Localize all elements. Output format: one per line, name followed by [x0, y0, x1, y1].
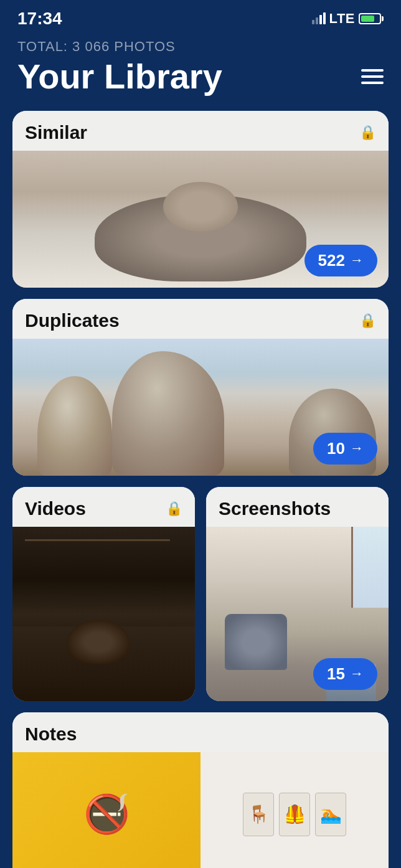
screenshots-title: Screenshots — [219, 498, 331, 519]
similar-card[interactable]: Similar 🔒 522 → — [12, 111, 389, 288]
cards-container: Similar 🔒 522 → Duplicates 🔒 — [0, 111, 401, 868]
page-title: Your Library — [17, 57, 222, 96]
duplicates-title: Duplicates — [25, 310, 120, 331]
similar-card-header: Similar 🔒 — [12, 111, 389, 151]
lock-icon: 🔒 — [359, 125, 376, 141]
notes-card[interactable]: Notes 🚭 🪑 🦺 🏊 TEN OTURURKEN KEMERİNİZİ B… — [12, 712, 389, 868]
arrow-icon: → — [350, 252, 364, 268]
screenshots-card[interactable]: Screenshots 15 → — [206, 487, 389, 701]
lte-label: LTE — [329, 11, 355, 27]
notes-right-image: 🪑 🦺 🏊 — [200, 752, 389, 868]
safety-icon-1: 🪑 — [243, 793, 274, 836]
duplicates-card-image: 10 → — [12, 339, 389, 476]
arrow-icon-dup: → — [350, 440, 364, 456]
notes-left-image: 🚭 — [12, 752, 200, 868]
notes-title: Notes — [25, 724, 77, 745]
videos-card[interactable]: Videos 🔒 — [12, 487, 195, 701]
similar-card-image: 522 → — [12, 151, 389, 288]
header: TOTAL: 3 066 PHOTOS Your Library — [0, 34, 401, 111]
screenshots-count-badge[interactable]: 15 → — [313, 658, 377, 690]
total-count-label: TOTAL: 3 066 PHOTOS — [17, 39, 384, 55]
screenshots-card-header: Screenshots — [206, 487, 389, 527]
safety-icon-3: 🏊 — [315, 793, 346, 836]
two-col-row: Videos 🔒 Screenshots — [12, 487, 389, 701]
lock-icon-vid: 🔒 — [166, 501, 182, 517]
signal-icon — [312, 13, 326, 24]
lock-icon-dup: 🔒 — [359, 313, 376, 329]
menu-button[interactable] — [361, 69, 384, 84]
status-bar: 17:34 LTE — [0, 0, 401, 34]
status-time: 17:34 — [17, 9, 62, 29]
status-icons: LTE — [312, 11, 384, 27]
videos-card-header: Videos 🔒 — [12, 487, 195, 527]
battery-icon — [359, 13, 384, 24]
duplicates-count-badge[interactable]: 10 → — [313, 433, 377, 465]
notes-card-image: 🚭 🪑 🦺 🏊 TEN OTURURKEN KEMERİNİZİ BAĞLAYM… — [12, 752, 389, 868]
screenshots-card-image: 15 → — [206, 527, 389, 701]
similar-count-badge[interactable]: 522 → — [304, 245, 377, 276]
safety-icon-2: 🦺 — [279, 793, 310, 836]
duplicates-card-header: Duplicates 🔒 — [12, 299, 389, 339]
videos-title: Videos — [25, 498, 86, 519]
videos-card-image — [12, 527, 195, 701]
arrow-icon-ss: → — [350, 666, 364, 682]
duplicates-card[interactable]: Duplicates 🔒 10 → — [12, 299, 389, 476]
notes-card-header: Notes — [12, 712, 389, 752]
similar-title: Similar — [25, 122, 87, 143]
